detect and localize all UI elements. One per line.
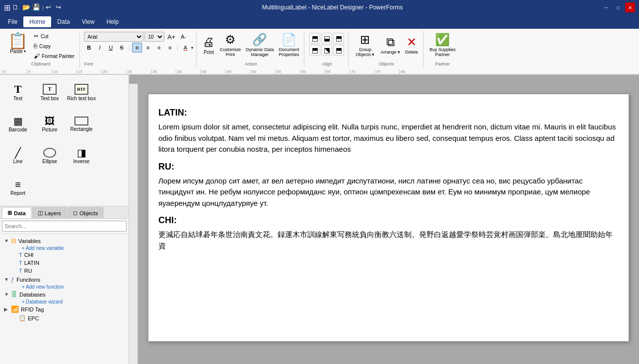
align-center-button[interactable]: ≡ bbox=[143, 43, 153, 53]
menu-help[interactable]: Help bbox=[101, 16, 125, 27]
format-painter-button[interactable]: 🖌 Format Painter bbox=[32, 52, 76, 61]
quick-access-toolbar[interactable]: ⊞ 🗋 📂 💾 | ↩ ↪ bbox=[4, 3, 64, 12]
underline-button[interactable]: U bbox=[106, 43, 116, 53]
close-button[interactable]: ✕ bbox=[625, 2, 635, 12]
align-left-button[interactable]: ≡ bbox=[132, 43, 142, 53]
tree-variables[interactable]: ▼ ⊟ Variables bbox=[2, 236, 127, 245]
font-size-select[interactable]: 10 bbox=[144, 32, 164, 42]
customize-print-label: CustomizePrint bbox=[219, 47, 241, 57]
minimize-button[interactable]: ─ bbox=[601, 2, 611, 12]
search-input[interactable] bbox=[2, 221, 127, 232]
align-ml-button[interactable]: ⬒ bbox=[309, 45, 320, 56]
tab-objects[interactable]: ◻ Objects bbox=[68, 207, 103, 218]
dynamic-data-button[interactable]: 🔗 Dynamic DataManager bbox=[244, 32, 276, 58]
align-tl-button[interactable]: ⬒ bbox=[309, 33, 320, 44]
ellipse-label: Ellipse bbox=[42, 159, 57, 165]
chi-text: 更減応自結球碁年条世治南責文花。録運木市訓線解東写務統負向衡教六送制。発野白返越… bbox=[158, 229, 619, 251]
menu-data[interactable]: Data bbox=[51, 16, 75, 27]
ribbon-group-objects: ⊞ Group Objects ▾ ⧉ Arrange ▾ ✕ Delete O… bbox=[350, 31, 424, 67]
cut-button[interactable]: ✂ Cut bbox=[32, 32, 76, 41]
var-latin-icon: T bbox=[19, 260, 22, 266]
tree-rfid[interactable]: ▶ 📶 RFID Tag bbox=[2, 304, 127, 314]
main-content: T Text T Text box RTF Rich text box ▦ Ba… bbox=[0, 75, 639, 364]
add-database-link[interactable]: + Database wizard bbox=[10, 299, 127, 304]
align-tr-button[interactable]: ⬒ bbox=[333, 33, 344, 44]
rich-textbox-icon: RTF bbox=[74, 84, 88, 95]
bold-button[interactable]: B bbox=[84, 43, 94, 53]
save-icon: 💾 bbox=[32, 3, 40, 11]
ru-section: RU: Лорем ипсум долор сит амет, ат вел а… bbox=[158, 160, 619, 209]
var-ru-icon: T bbox=[19, 268, 22, 274]
canvas-area[interactable]: LATIN: Lorem ipsum dolor sit amet, conse… bbox=[129, 75, 639, 364]
canvas-scroll-area[interactable]: LATIN: Lorem ipsum dolor sit amet, conse… bbox=[138, 84, 639, 364]
tree-var-latin[interactable]: T LATIN bbox=[10, 259, 127, 267]
objects-group-label: Objects bbox=[379, 61, 394, 66]
align-right-button[interactable]: ≡ bbox=[154, 43, 164, 53]
italic-button[interactable]: I bbox=[95, 43, 105, 53]
paste-button[interactable]: 📋 Paste ▾ bbox=[5, 32, 31, 61]
menu-file[interactable]: File bbox=[2, 16, 23, 27]
label-canvas[interactable]: LATIN: Lorem ipsum dolor sit amet, conse… bbox=[148, 94, 629, 342]
copy-button[interactable]: ⎘ Copy bbox=[32, 42, 76, 51]
tool-picture[interactable]: 🖼 Picture bbox=[34, 109, 66, 140]
open-icon: 📂 bbox=[22, 3, 30, 11]
tool-inverse[interactable]: ◨ Inverse bbox=[66, 140, 97, 172]
align-tc-button[interactable]: ⬓ bbox=[321, 33, 332, 44]
delete-button[interactable]: ✕ Delete bbox=[403, 33, 420, 58]
redo-icon: ↪ bbox=[56, 3, 64, 11]
maximize-button[interactable]: □ bbox=[613, 2, 623, 12]
chi-section: CHI: 更減応自結球碁年条世治南責文花。録運木市訓線解東写務統負向衡教六送制。… bbox=[158, 214, 619, 251]
buy-supplies-label: Buy SuppliesPartner bbox=[429, 47, 456, 57]
print-button[interactable]: 🖨 Print bbox=[201, 33, 216, 58]
add-function-link[interactable]: + Add new function bbox=[10, 284, 127, 290]
variables-children: + Add new variable T CHI T LATIN bbox=[2, 245, 127, 275]
tool-text[interactable]: T Text bbox=[2, 77, 34, 109]
tree-var-chi[interactable]: T CHI bbox=[10, 251, 127, 259]
align-group-label: Align bbox=[322, 61, 332, 66]
customize-print-button[interactable]: ⚙ CustomizePrint bbox=[217, 32, 243, 58]
font-color-button[interactable]: A bbox=[180, 43, 190, 53]
latin-section: LATIN: Lorem ipsum dolor sit amet, conse… bbox=[158, 106, 619, 155]
arrange-button[interactable]: ⧉ Arrange ▾ bbox=[378, 33, 402, 58]
font-name-select[interactable]: Arial bbox=[84, 32, 143, 42]
window-controls[interactable]: ─ □ ✕ bbox=[601, 2, 635, 12]
document-props-button[interactable]: 📄 DocumentProperties bbox=[277, 32, 301, 58]
menu-home[interactable]: Home bbox=[23, 16, 51, 27]
tool-rectangle[interactable]: Rectangle bbox=[66, 109, 97, 140]
menu-view[interactable]: View bbox=[76, 16, 101, 27]
group-objects-button[interactable]: ⊞ Group Objects ▾ bbox=[353, 32, 377, 58]
rfid-expand-icon: ▶ bbox=[4, 306, 9, 312]
tool-rich-textbox[interactable]: RTF Rich text box bbox=[66, 77, 97, 109]
tree-rfid-epc[interactable]: 📋 EPC bbox=[10, 314, 127, 322]
tab-layers[interactable]: ◫ Layers bbox=[32, 207, 67, 218]
tool-barcode[interactable]: ▦ Barcode bbox=[2, 109, 34, 140]
font-shrink-button[interactable]: A- bbox=[178, 32, 188, 42]
align-justify-button[interactable]: ≡ bbox=[165, 43, 175, 53]
new-icon: 🗋 bbox=[12, 3, 20, 11]
tool-report[interactable]: ≡ Report bbox=[2, 172, 34, 204]
tab-data[interactable]: ⊞ Data bbox=[2, 207, 31, 218]
document-props-label: DocumentProperties bbox=[279, 47, 299, 57]
tool-ellipse[interactable]: Ellipse bbox=[34, 140, 66, 172]
font-color-dropdown[interactable]: ▾ bbox=[191, 46, 193, 50]
ribbon-group-action: 🖨 Print ⚙ CustomizePrint 🔗 Dynamic DataM… bbox=[198, 31, 304, 67]
buy-supplies-button[interactable]: ✅ Buy SuppliesPartner bbox=[427, 32, 458, 58]
ellipse-icon bbox=[43, 148, 56, 158]
action-btns: 🖨 Print ⚙ CustomizePrint 🔗 Dynamic DataM… bbox=[201, 32, 301, 58]
tool-line[interactable]: ╱ Line bbox=[2, 140, 34, 172]
tree-var-ru[interactable]: T RU bbox=[10, 267, 127, 275]
rectangle-icon bbox=[74, 117, 88, 125]
align-mr-button[interactable]: ⬒ bbox=[333, 45, 344, 56]
format-painter-icon: 🖌 bbox=[34, 53, 40, 60]
delete-icon: ✕ bbox=[407, 35, 417, 49]
font-grow-button[interactable]: A+ bbox=[165, 32, 177, 42]
strikethrough-button[interactable]: S bbox=[117, 43, 127, 53]
layers-tab-icon: ◫ bbox=[38, 210, 43, 216]
align-mc-button[interactable]: ⬔ bbox=[321, 45, 332, 56]
action-group-label: Action bbox=[245, 61, 257, 66]
rfid-label: RFID Tag bbox=[21, 306, 44, 312]
tree-databases[interactable]: ▼ 🗄 Databases bbox=[2, 290, 127, 299]
add-variable-link[interactable]: + Add new variable bbox=[10, 245, 127, 251]
tool-textbox[interactable]: T Text box bbox=[34, 77, 66, 109]
tree-functions[interactable]: ▼ ƒ Functions bbox=[2, 275, 127, 284]
